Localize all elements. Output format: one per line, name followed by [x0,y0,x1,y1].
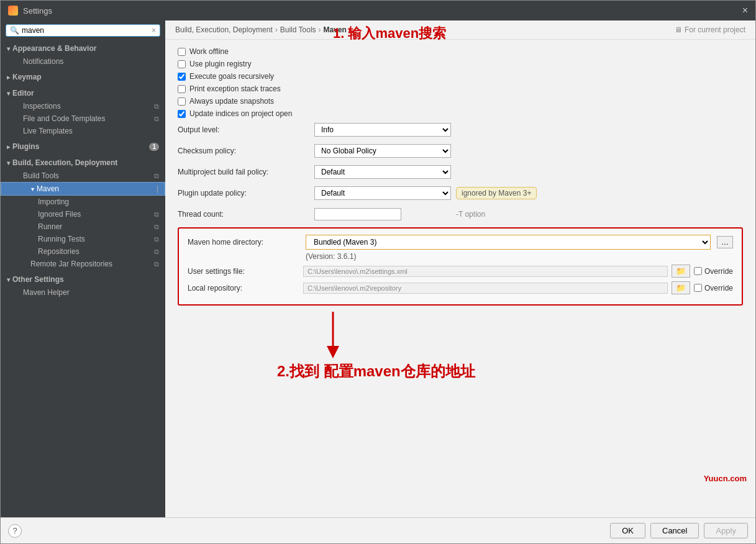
window-title: Settings [23,6,52,16]
doc-icon: ⧉ [154,235,159,243]
search-input[interactable] [22,26,152,35]
for-project: 🖥 For current project [675,25,745,34]
output-level-select[interactable]: Info Debug Warn Error [314,123,451,137]
sidebar-group-label: Editor [12,89,34,97]
sidebar-group-other[interactable]: ▾ Other Settings [1,273,165,286]
search-clear-icon[interactable]: × [152,26,156,35]
maven-home-browse-button[interactable]: … [717,236,733,248]
thread-note: -T option [456,210,485,219]
thread-input[interactable] [314,208,401,220]
sidebar-item-maven[interactable]: ▾ Maven | [1,182,165,196]
always-update-checkbox[interactable] [178,97,186,106]
annotation-arrow [314,312,352,361]
sidebar-section-appearance: ▾ Appearance & Behavior Notifications [1,40,165,69]
execute-goals-checkbox[interactable] [178,73,186,81]
annotation-step2: 2.找到 配置maven仓库的地址 [277,361,475,381]
work-offline-checkbox[interactable] [178,48,186,56]
form-row-checksum: Checksum policy: No Global Policy Fail W… [178,143,743,159]
local-repo-override: Override [694,284,733,292]
maven-version: (Version: 3.6.1) [188,252,733,261]
breadcrumb-part1: Build, Execution, Deployment [175,25,273,34]
app-icon [8,6,18,16]
update-indices-checkbox[interactable] [178,110,186,118]
content-area: Build, Execution, Deployment › Build Too… [165,20,755,517]
user-settings-path[interactable] [303,266,668,277]
annotation-step1: 1. 输入maven搜索 [333,24,446,43]
local-repo-browse-button[interactable]: 📁 [672,281,690,294]
local-repo-path[interactable] [303,283,668,294]
output-level-control: Info Debug Warn Error [314,123,451,137]
sidebar-group-label: Build, Execution, Deployment [12,158,117,167]
sidebar-item-running-tests[interactable]: Running Tests ⧉ [1,233,165,245]
help-button[interactable]: ? [8,524,22,538]
sidebar-group-build[interactable]: ▾ Build, Execution, Deployment [1,156,165,170]
sidebar-item-remote-jar[interactable]: Remote Jar Repositories ⧉ [1,258,165,270]
cancel-button[interactable]: Cancel [650,523,699,538]
sidebar-group-label: Other Settings [12,275,64,284]
user-settings-override-checkbox[interactable] [694,267,702,275]
sidebar-item-importing[interactable]: Importing [1,196,165,208]
maven-home-row: Maven home directory: Bundled (Maven 3) … [188,235,733,250]
apply-button[interactable]: Apply [704,523,748,538]
doc-icon: ⧉ [154,248,159,256]
sidebar-item-notifications[interactable]: Notifications [1,55,165,68]
arrow-icon: ▾ [7,160,10,166]
user-settings-row: User settings file: 📁 Override [188,265,733,278]
print-exception-checkbox[interactable] [178,85,186,93]
always-update-label: Always update snapshots [189,97,274,106]
plugin-registry-checkbox[interactable] [178,60,186,68]
sidebar-group-label: Keymap [12,73,42,81]
close-button[interactable]: × [742,5,748,16]
doc-icon: ⧉ [154,172,159,180]
form-row-thread: Thread count: -T option [178,206,743,222]
sidebar-group-appearance[interactable]: ▾ Appearance & Behavior [1,42,165,55]
main-content: 🔍 × ▾ Appearance & Behavior Notification… [1,20,755,517]
sidebar-item-repositories[interactable]: Repositories ⧉ [1,245,165,258]
plugin-update-control: Default Always Never [314,186,451,200]
multiproject-label: Multiproject build fail policy: [178,168,314,176]
sidebar-item-build-tools[interactable]: Build Tools ⧉ [1,170,165,182]
plugin-update-select[interactable]: Default Always Never [314,186,451,200]
execute-goals-label: Execute goals recursively [189,72,274,81]
sidebar-group-label: Plugins [12,142,39,151]
sidebar-item-file-templates[interactable]: File and Code Templates ⧉ [1,112,165,125]
arrow-icon: ▸ [7,74,10,81]
arrow-icon: ▾ [7,45,10,52]
checkbox-print-exception: Print exception stack traces [178,84,743,93]
breadcrumb-sep1: › [275,25,278,34]
sidebar-group-plugins[interactable]: ▸ Plugins 1 [1,140,165,153]
search-box: 🔍 × [1,20,165,40]
sidebar-group-keymap[interactable]: ▸ Keymap [1,70,165,84]
plugin-update-tooltip: ignored by Maven 3+ [456,187,537,199]
plugins-badge: 1 [149,143,159,151]
sidebar-group-label: Appearance & Behavior [12,44,96,53]
checksum-select[interactable]: No Global Policy Fail Warn Ignore [314,144,451,158]
ok-button[interactable]: OK [610,523,645,538]
user-settings-override: Override [694,267,733,276]
override-label: Override [704,284,733,292]
sidebar-item-ignored-files[interactable]: Ignored Files ⧉ [1,208,165,220]
sidebar-item-inspections[interactable]: Inspections ⧉ [1,100,165,112]
checksum-label: Checksum policy: [178,147,314,155]
arrow-icon: ▸ [7,143,10,150]
sidebar-item-runner[interactable]: Runner ⧉ [1,220,165,233]
doc-icon: ⧉ [154,115,159,123]
thread-label: Thread count: [178,210,314,219]
maven-home-select[interactable]: Bundled (Maven 3) Custom... [306,235,711,250]
sidebar-section-keymap: ▸ Keymap [1,69,165,85]
sidebar-item-live-templates[interactable]: Live Templates [1,125,165,137]
doc-icon: ⧉ [154,223,159,231]
multiproject-select[interactable]: Default Fail At End Never Fail Fail Fast [314,165,451,179]
checkbox-always-update: Always update snapshots [178,97,743,106]
bottom-bar: ? OK Cancel Apply [1,517,755,543]
user-settings-browse-button[interactable]: 📁 [672,265,690,278]
sidebar-group-editor[interactable]: ▾ Editor [1,86,165,100]
sidebar: 🔍 × ▾ Appearance & Behavior Notification… [1,20,165,517]
local-repo-override-checkbox[interactable] [694,284,702,292]
sidebar-item-maven-helper[interactable]: Maven Helper [1,286,165,299]
plugin-update-label: Plugin update policy: [178,189,314,197]
settings-window: Settings × 🔍 × ▾ Appearance & Behavior [0,0,756,544]
search-wrapper[interactable]: 🔍 × [6,24,160,37]
plugin-registry-label: Use plugin registry [189,60,251,68]
svg-marker-1 [327,346,339,358]
